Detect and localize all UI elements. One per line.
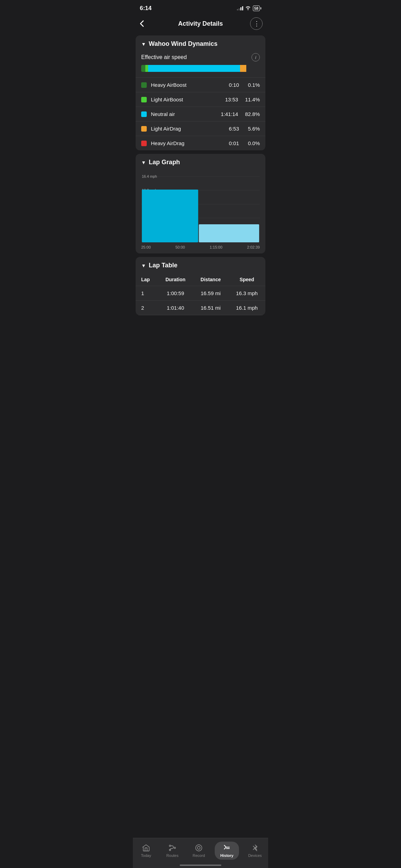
home-icon [142, 844, 150, 852]
air-item: Heavy AirBoost 0:10 0.1% [136, 77, 265, 92]
air-item: Light AirBoost 13:53 11.4% [136, 92, 265, 107]
air-item-pct: 82.8% [245, 111, 260, 117]
lap-duration: 1:01:40 [158, 301, 193, 315]
battery-icon: 58 [253, 6, 261, 11]
air-color-swatch [141, 141, 147, 146]
air-item-pct: 0.0% [246, 140, 260, 146]
routes-icon [168, 844, 177, 852]
air-color-swatch [141, 82, 147, 88]
air-color-swatch [141, 111, 147, 117]
x-label-4: 2:02:39 [247, 245, 260, 249]
x-label-1: 25:00 [141, 245, 151, 249]
lap-speed: 16.3 mph [228, 286, 265, 301]
wifi-icon [245, 6, 251, 11]
svg-text:16.4 mph: 16.4 mph [142, 174, 157, 178]
air-item: Light AirDrag 6:53 5.6% [136, 121, 265, 136]
airspeed-progress-bar [141, 65, 260, 72]
x-axis-labels: 25:00 50:00 1:15:00 2:02:39 [136, 244, 265, 253]
nav-routes[interactable]: Routes [162, 844, 183, 858]
x-label-3: 1:15:00 [210, 245, 222, 249]
header: Activity Details ⋮ [133, 15, 268, 35]
back-button[interactable] [138, 19, 151, 28]
status-bar: 6:14 58 [133, 0, 268, 15]
lap-distance: 16.51 mi [193, 301, 228, 315]
nav-history[interactable]: History [215, 842, 239, 860]
signal-icon [237, 6, 243, 10]
lap-table-title: Lap Table [149, 262, 178, 269]
nav-record[interactable]: Record [188, 844, 209, 858]
airspeed-row: Effective air speed i [136, 52, 265, 65]
lap-table-body: 1 1:00:59 16.59 mi 16.3 mph 2 1:01:40 16… [136, 286, 265, 315]
lap-speed: 16.1 mph [228, 301, 265, 315]
main-content: ▼ Wahoo Wind Dynamics Effective air spee… [133, 35, 268, 350]
air-items-list: Heavy AirBoost 0:10 0.1% Light AirBoost … [136, 77, 265, 150]
status-time: 6:14 [140, 5, 152, 12]
svg-rect-10 [142, 190, 198, 242]
svg-point-12 [169, 845, 171, 846]
air-item-time: 6:53 [222, 126, 239, 132]
status-icons: 58 [237, 6, 261, 11]
air-item-time: 13:53 [221, 97, 238, 102]
lap-graph-svg: 16.4 mph 16.3 mph 16.2 mph 16.1 mph 16.0… [141, 173, 260, 242]
page-title: Activity Details [178, 20, 223, 27]
nav-record-label: Record [193, 853, 205, 858]
lap-duration: 1:00:59 [158, 286, 193, 301]
light-airdrag-bar [240, 65, 246, 72]
lap-graph-section: ▼ Lap Graph 16.4 mph 16.3 mph 16.2 mph 1… [136, 154, 265, 253]
air-item-name: Heavy AirDrag [151, 140, 222, 146]
air-item-time: 1:41:14 [221, 111, 238, 117]
lap-number: 2 [136, 301, 158, 315]
record-icon [195, 844, 203, 852]
wahoo-section: ▼ Wahoo Wind Dynamics Effective air spee… [136, 35, 265, 150]
air-item-name: Heavy AirBoost [151, 82, 222, 88]
col-duration: Duration [158, 273, 193, 286]
lap-graph-title: Lap Graph [149, 159, 180, 166]
air-item-time: 0:10 [222, 82, 239, 88]
nav-history-label: History [220, 853, 233, 858]
light-airboost-bar [145, 65, 148, 72]
lap-table-header: ▼ Lap Table [136, 257, 265, 273]
air-item-pct: 0.1% [246, 82, 260, 88]
battery-level: 58 [253, 6, 260, 11]
svg-point-16 [197, 846, 200, 849]
air-item-time: 0:01 [222, 140, 239, 146]
air-item-name: Light AirBoost [151, 97, 221, 102]
col-distance: Distance [193, 273, 228, 286]
lap-graph-chevron-icon: ▼ [141, 160, 146, 165]
more-button[interactable]: ⋮ [250, 17, 263, 30]
nav-today[interactable]: Today [136, 844, 156, 858]
air-item-pct: 5.6% [246, 126, 260, 132]
lap-distance: 16.59 mi [193, 286, 228, 301]
lap-table-section: ▼ Lap Table Lap Duration Distance Speed … [136, 257, 265, 315]
history-icon [223, 844, 231, 852]
wahoo-section-title: Wahoo Wind Dynamics [149, 40, 217, 48]
air-item-pct: 11.4% [245, 97, 260, 102]
svg-point-13 [174, 847, 176, 849]
table-row: 2 1:01:40 16.51 mi 16.1 mph [136, 301, 265, 315]
svg-point-15 [196, 845, 202, 851]
wahoo-section-header: ▼ Wahoo Wind Dynamics [136, 35, 265, 52]
more-dots-icon: ⋮ [254, 20, 259, 27]
svg-rect-11 [199, 224, 259, 242]
heavy-airboost-bar [141, 65, 145, 72]
neutral-air-bar [148, 65, 240, 72]
nav-routes-label: Routes [167, 853, 179, 858]
wahoo-chevron-icon: ▼ [141, 41, 146, 47]
col-speed: Speed [228, 273, 265, 286]
lap-number: 1 [136, 286, 158, 301]
info-button[interactable]: i [251, 53, 260, 61]
bluetooth-icon [251, 844, 259, 852]
info-icon: i [255, 55, 256, 60]
col-lap: Lap [136, 273, 158, 286]
lap-table-chevron-icon: ▼ [141, 263, 146, 268]
bottom-nav: Today Routes Record History [133, 838, 268, 868]
lap-table: Lap Duration Distance Speed 1 1:00:59 16… [136, 273, 265, 315]
nav-today-label: Today [141, 853, 151, 858]
air-color-swatch [141, 97, 147, 102]
lap-graph-header: ▼ Lap Graph [136, 154, 265, 170]
lap-graph-chart: 16.4 mph 16.3 mph 16.2 mph 16.1 mph 16.0… [136, 170, 265, 244]
airspeed-label: Effective air speed [141, 54, 187, 60]
air-color-swatch [141, 126, 147, 132]
air-item-name: Neutral air [151, 111, 221, 117]
nav-devices[interactable]: Devices [245, 844, 265, 858]
